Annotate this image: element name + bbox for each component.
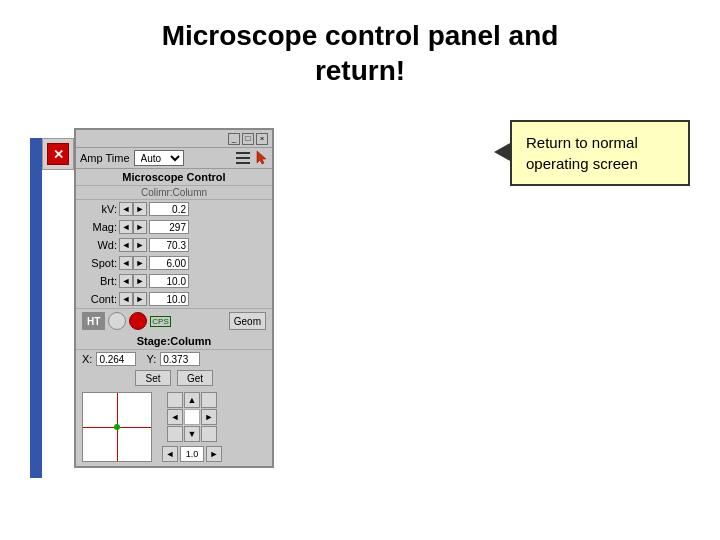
param-brt: Brt: ◄ ► 10.0 — [76, 272, 272, 290]
kv-right-arrow[interactable]: ► — [133, 202, 147, 216]
maximize-button[interactable]: □ — [242, 133, 254, 145]
kv-value: 0.2 — [149, 202, 189, 216]
brt-right-arrow[interactable]: ► — [133, 274, 147, 288]
nav-center — [184, 409, 200, 425]
get-button[interactable]: Get — [177, 370, 213, 386]
kv-left-arrow[interactable]: ◄ — [119, 202, 133, 216]
dot-button[interactable] — [129, 312, 147, 330]
amp-time-select[interactable]: Auto — [134, 150, 184, 166]
mag-right-arrow[interactable]: ► — [133, 220, 147, 234]
brt-value: 10.0 — [149, 274, 189, 288]
cont-left-arrow[interactable]: ◄ — [119, 292, 133, 306]
spot-left-arrow[interactable]: ◄ — [119, 256, 133, 270]
left-blue-bar — [30, 138, 42, 478]
spot-right-arrow[interactable]: ► — [133, 256, 147, 270]
window-close-button[interactable]: × — [256, 133, 268, 145]
cont-right-arrow[interactable]: ► — [133, 292, 147, 306]
x-value: 0.264 — [96, 352, 136, 366]
mag-value: 297 — [149, 220, 189, 234]
wd-left-arrow[interactable]: ◄ — [119, 238, 133, 252]
param-kv: kV: ◄ ► 0.2 — [76, 200, 272, 218]
brt-label: Brt: — [82, 275, 117, 287]
microscope-control-title: Microscope Control — [76, 169, 272, 186]
brt-left-arrow[interactable]: ◄ — [119, 274, 133, 288]
callout-box: Return to normal operating screen — [510, 120, 690, 186]
ht-button[interactable]: HT — [82, 312, 105, 330]
stage-title: Stage:Column — [76, 333, 272, 350]
wd-label: Wd: — [82, 239, 117, 251]
kv-label: kV: — [82, 203, 117, 215]
amp-time-row: Amp Time Auto — [76, 148, 272, 169]
nav-downright[interactable] — [201, 426, 217, 442]
amp-time-label: Amp Time — [80, 152, 130, 164]
nav-upright[interactable] — [201, 392, 217, 408]
control-buttons-row: HT CPS Geom — [76, 308, 272, 333]
x-label: X: — [82, 353, 92, 365]
zoom-value: 1.0 — [180, 446, 204, 462]
spot-label: Spot: — [82, 257, 117, 269]
minimize-button[interactable]: _ — [228, 133, 240, 145]
cursor-icon — [254, 151, 268, 165]
y-label: Y: — [146, 353, 156, 365]
page-title: Microscope control panel and return! — [0, 0, 720, 98]
param-mag: Mag: ◄ ► 297 — [76, 218, 272, 236]
nav-up[interactable]: ▲ — [184, 392, 200, 408]
stage-bottom: ▲ ◄ ► ▼ ◄ 1.0 ► — [76, 388, 272, 466]
nav-arrows: ▲ ◄ ► ▼ — [167, 392, 217, 442]
y-value: 0.373 — [160, 352, 200, 366]
stage-xy-row: X: 0.264 Y: 0.373 — [76, 350, 272, 368]
set-button[interactable]: Set — [135, 370, 171, 386]
callout-arrow — [494, 142, 512, 162]
svg-marker-0 — [257, 151, 266, 164]
mag-label: Mag: — [82, 221, 117, 233]
toolbar-icons — [232, 151, 268, 165]
nav-down[interactable]: ▼ — [184, 426, 200, 442]
param-cont: Cont: ◄ ► 10.0 — [76, 290, 272, 308]
callout-text: Return to normal operating screen — [526, 134, 638, 172]
close-button[interactable]: ✕ — [47, 143, 69, 165]
cont-label: Cont: — [82, 293, 117, 305]
wd-right-arrow[interactable]: ► — [133, 238, 147, 252]
nav-left[interactable]: ◄ — [167, 409, 183, 425]
set-get-row: Set Get — [76, 368, 272, 388]
param-spot: Spot: ◄ ► 6.00 — [76, 254, 272, 272]
column-sub-title: Colimr:Column — [76, 186, 272, 200]
nav-center-right[interactable]: ► — [206, 446, 222, 462]
cps-label: CPS — [150, 316, 170, 327]
spot-value: 6.00 — [149, 256, 189, 270]
left-panel: ✕ — [42, 138, 74, 170]
nav-downleft[interactable] — [167, 426, 183, 442]
stage-map — [82, 392, 152, 462]
control-panel: _ □ × Amp Time Auto — [74, 128, 274, 468]
param-wd: Wd: ◄ ► 70.3 — [76, 236, 272, 254]
nav-right[interactable]: ► — [201, 409, 217, 425]
bars-icon — [236, 151, 250, 165]
geom-button[interactable]: Geom — [229, 312, 266, 330]
window-titlebar: _ □ × — [76, 130, 272, 148]
mag-left-arrow[interactable]: ◄ — [119, 220, 133, 234]
cont-value: 10.0 — [149, 292, 189, 306]
map-dot — [114, 424, 120, 430]
wd-value: 70.3 — [149, 238, 189, 252]
nav-upleft[interactable] — [167, 392, 183, 408]
circle-button-1[interactable] — [108, 312, 126, 330]
nav-center-left[interactable]: ◄ — [162, 446, 178, 462]
